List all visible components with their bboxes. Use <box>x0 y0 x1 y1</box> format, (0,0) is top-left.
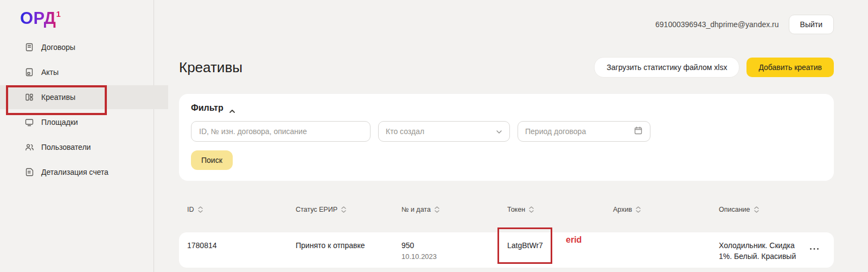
contract-document-icon <box>24 42 34 52</box>
cell-token: LatgBtWr7 <box>507 232 613 268</box>
column-header-number-date[interactable]: № и дата <box>401 206 507 213</box>
table-header: ID Статус ЕРИР № и дата Токен Архив Опис… <box>179 199 834 220</box>
sidebar-item-acts[interactable]: Акты <box>0 60 154 85</box>
sort-icon <box>636 206 641 213</box>
column-header-description[interactable]: Описание <box>719 206 809 213</box>
cell-number-date: 950 10.10.2023 <box>401 232 507 268</box>
page-title: Креативы <box>179 59 242 76</box>
contract-number: 950 <box>401 240 507 251</box>
erid-annotation: erid <box>566 235 582 245</box>
period-input[interactable]: Период договора <box>518 121 650 142</box>
filter-title: Фильтр <box>191 103 224 113</box>
app-root: ОРД1 Договоры Акты Креативы <box>0 0 868 272</box>
logo-text: ОРД <box>20 9 56 28</box>
sort-icon <box>198 206 203 213</box>
app-logo[interactable]: ОРД1 <box>20 9 61 28</box>
sidebar-item-label: Детализация счета <box>41 168 108 176</box>
filter-toggle[interactable]: Фильтр <box>191 103 235 113</box>
column-label: Токен <box>507 206 525 213</box>
sidebar-item-billing[interactable]: Детализация счета <box>0 160 154 185</box>
sort-icon <box>529 206 534 213</box>
sidebar-item-users[interactable]: Пользователи <box>0 135 154 160</box>
upload-statistics-button[interactable]: Загрузить статистику файлом xlsx <box>594 57 739 78</box>
column-header-id[interactable]: ID <box>187 206 296 213</box>
cell-status: Принято к отправке <box>296 232 401 268</box>
column-header-archive[interactable]: Архив <box>613 206 719 213</box>
column-label: ID <box>187 206 194 213</box>
add-creative-button[interactable]: Добавить креатив <box>746 58 834 77</box>
logout-button[interactable]: Выйти <box>789 15 834 34</box>
column-header-status[interactable]: Статус ЕРИР <box>296 206 401 213</box>
title-actions: Загрузить статистику файлом xlsx Добавит… <box>594 57 834 78</box>
sidebar-item-contracts[interactable]: Договоры <box>0 35 154 60</box>
cell-description: Холодильник. Скидка 1%. Белый. Красивый <box>719 232 809 268</box>
contract-date: 10.10.2023 <box>401 251 507 262</box>
calendar-icon <box>634 126 643 137</box>
act-document-icon <box>24 67 34 77</box>
sort-icon <box>754 206 759 213</box>
search-input[interactable] <box>191 121 371 142</box>
filter-fields: Кто создал Период договора <box>191 121 822 142</box>
sort-icon <box>435 206 439 213</box>
column-label: Архив <box>613 206 632 213</box>
topbar: 691000396943_dhprime@yandex.ru Выйти <box>655 15 834 34</box>
row-menu-button[interactable] <box>809 232 826 268</box>
sidebar-item-label: Акты <box>41 68 59 77</box>
cell-archive <box>613 232 719 268</box>
sidebar-item-label: Пользователи <box>41 143 91 151</box>
logo-superscript: 1 <box>56 9 61 18</box>
creator-select[interactable]: Кто создал <box>378 121 510 142</box>
column-label: Описание <box>719 206 750 213</box>
title-row: Креативы Загрузить статистику файлом xls… <box>179 0 834 78</box>
cell-id: 1780814 <box>187 232 296 268</box>
sort-icon <box>341 206 346 213</box>
token-value: LatgBtWr7 <box>507 241 543 250</box>
column-label: Статус ЕРИР <box>296 206 337 213</box>
chevron-up-icon <box>229 106 235 110</box>
chevron-down-icon <box>496 127 502 136</box>
table-row[interactable]: 1780814 Принято к отправке 950 10.10.202… <box>179 232 834 268</box>
creator-select-placeholder: Кто создал <box>386 127 424 136</box>
annotation-box-creatives <box>6 85 107 115</box>
sidebar-item-label: Договоры <box>41 43 75 52</box>
kebab-menu-icon <box>809 243 819 252</box>
main-content: 691000396943_dhprime@yandex.ru Выйти Кре… <box>154 0 868 272</box>
search-button[interactable]: Поиск <box>191 150 233 170</box>
monitor-icon <box>24 117 34 127</box>
sidebar: ОРД1 Договоры Акты Креативы <box>0 0 154 272</box>
filter-panel: Фильтр Кто создал Период договора <box>179 94 834 181</box>
column-label: № и дата <box>401 206 431 213</box>
users-icon <box>24 142 34 152</box>
invoice-file-icon <box>24 167 34 177</box>
period-placeholder: Период договора <box>525 127 586 136</box>
column-header-token[interactable]: Токен <box>507 206 613 213</box>
sidebar-item-label: Площадки <box>41 118 78 126</box>
account-email: 691000396943_dhprime@yandex.ru <box>655 20 779 29</box>
